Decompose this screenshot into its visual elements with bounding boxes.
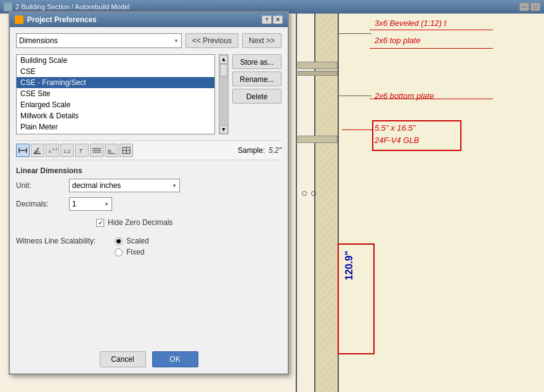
unit-row: Unit: decimal inches ▼ bbox=[16, 179, 282, 192]
list-item-building-scale[interactable]: Building Scale bbox=[17, 55, 214, 66]
dim-fraction-icon[interactable]: 1.2 bbox=[60, 144, 74, 157]
nav-row: Dimensions ▼ << Previous Next >> bbox=[16, 33, 282, 48]
dialog-content: Dimensions ▼ << Previous Next >> Buildin… bbox=[10, 27, 288, 267]
list-item-cse-site[interactable]: CSE Site bbox=[17, 88, 214, 99]
rename-btn[interactable]: Rename... bbox=[232, 71, 282, 86]
cancel-btn[interactable]: Cancel bbox=[100, 351, 146, 367]
sample-value: 5.2" bbox=[269, 146, 282, 155]
presets-list[interactable]: Building Scale CSE CSE - Framing/Sect CS… bbox=[16, 54, 215, 134]
scaled-radio-btn[interactable] bbox=[115, 237, 123, 245]
dim-superscript-icon[interactable]: x 1.2 bbox=[46, 144, 59, 157]
dialog-help-btn[interactable]: ? bbox=[262, 15, 272, 24]
witness-line-label: Witness Line Scalability: bbox=[16, 237, 108, 245]
dim-angular-icon[interactable]: ° bbox=[31, 144, 44, 157]
list-item-enlarged-scale[interactable]: Enlarged Scale bbox=[17, 99, 214, 110]
scaled-radio-label: Scaled bbox=[126, 237, 149, 245]
list-item-cse-framing[interactable]: CSE - Framing/Sect bbox=[17, 77, 214, 88]
category-dropdown-arrow: ▼ bbox=[174, 38, 179, 44]
svg-text:1.2: 1.2 bbox=[63, 149, 71, 154]
witness-line-row: Witness Line Scalability: Scaled Fixed bbox=[16, 237, 282, 256]
anno-beveled: 3x6 Beveled (1:12) t bbox=[375, 18, 446, 28]
next-btn[interactable]: Next >> bbox=[242, 33, 282, 48]
linear-dimensions-title: Linear Dimensions bbox=[16, 166, 282, 175]
dim-box: 120.9" bbox=[338, 243, 375, 354]
unit-label: Unit: bbox=[16, 181, 65, 190]
minimize-btn[interactable]: — bbox=[519, 2, 529, 11]
store-as-btn[interactable]: Store as... bbox=[232, 54, 282, 69]
titlebar-controls[interactable]: — □ bbox=[519, 2, 540, 11]
hide-zero-decimals-label: Hide Zero Decimals bbox=[108, 218, 173, 227]
prev-btn[interactable]: << Previous bbox=[185, 33, 238, 48]
anno-glb: 24F-V4 GLB bbox=[375, 136, 419, 145]
unit-dropdown-arrow: ▼ bbox=[172, 183, 177, 189]
project-preferences-dialog: Project Preferences ? ✕ Dimensions ▼ << … bbox=[9, 11, 289, 375]
decimals-row: Decimals: 1 ▼ bbox=[16, 197, 282, 211]
hide-zero-decimals-checkbox[interactable]: ✓ bbox=[96, 219, 104, 227]
dim-toolbar: ° x 1.2 1.2 T bbox=[16, 141, 282, 160]
delete-btn[interactable]: Delete bbox=[232, 89, 282, 104]
dim-custom-icon[interactable] bbox=[120, 144, 133, 157]
app-title: 2 Building Section / Autorebuild Model bbox=[15, 3, 129, 10]
dialog-footer: Cancel OK bbox=[10, 351, 288, 367]
hide-zero-decimals-row: ✓ Hide Zero Decimals bbox=[16, 218, 282, 227]
decimals-dropdown-arrow: ▼ bbox=[104, 202, 109, 207]
decimals-value: 1 bbox=[72, 200, 76, 208]
svg-text:T: T bbox=[79, 148, 83, 154]
unit-dropdown[interactable]: decimal inches ▼ bbox=[69, 179, 180, 192]
decimals-label: Decimals: bbox=[16, 200, 65, 208]
scroll-down-arrow[interactable]: ▼ bbox=[219, 125, 228, 134]
anno-beam-size: 5.5" x 16.5" bbox=[375, 123, 415, 133]
fixed-radio-item[interactable]: Fixed bbox=[115, 248, 149, 256]
scroll-up-arrow[interactable]: ▲ bbox=[219, 55, 228, 63]
decimals-dropdown[interactable]: 1 ▼ bbox=[69, 197, 112, 211]
unit-dropdown-value: decimal inches bbox=[72, 181, 121, 190]
witness-line-section: Witness Line Scalability: Scaled Fixed bbox=[16, 237, 282, 256]
dialog-controls[interactable]: ? ✕ bbox=[262, 15, 283, 24]
scaled-radio-item[interactable]: Scaled bbox=[115, 237, 149, 245]
fixed-radio-btn[interactable] bbox=[115, 248, 123, 256]
list-item-cse[interactable]: CSE bbox=[17, 66, 214, 77]
dim-text-icon[interactable]: T bbox=[75, 144, 89, 157]
anno-top-plate: 2x6 top plate bbox=[375, 36, 420, 45]
dialog-titlebar: Project Preferences ? ✕ bbox=[10, 12, 288, 27]
app-icon bbox=[4, 2, 12, 11]
svg-text:x: x bbox=[49, 149, 51, 154]
sample-label: Sample: bbox=[238, 146, 265, 155]
dim-combined-icon[interactable] bbox=[90, 144, 104, 157]
list-area: Building Scale CSE CSE - Framing/Sect CS… bbox=[16, 54, 282, 134]
category-dropdown[interactable]: Dimensions ▼ bbox=[16, 33, 182, 48]
dim-linear-icon[interactable] bbox=[16, 144, 30, 157]
scroll-thumb[interactable] bbox=[220, 64, 227, 76]
svg-text:1.2: 1.2 bbox=[52, 147, 57, 151]
dim-radial-icon[interactable]: R bbox=[105, 144, 118, 157]
fixed-radio-label: Fixed bbox=[126, 248, 144, 256]
restore-btn[interactable]: □ bbox=[530, 2, 540, 11]
dim-vertical-label: 120.9" bbox=[344, 251, 355, 280]
witness-line-options: Scaled Fixed bbox=[115, 237, 149, 256]
category-dropdown-label: Dimensions bbox=[19, 36, 58, 45]
list-item-millwork[interactable]: Millwork & Details bbox=[17, 110, 214, 121]
anno-bottom-plate: 2x6 bottom plate bbox=[375, 91, 434, 100]
dialog-title: Project Preferences bbox=[27, 15, 97, 24]
scroll-track bbox=[219, 63, 228, 125]
list-item-plain-meter[interactable]: Plain Meter bbox=[17, 121, 214, 133]
dialog-close-btn[interactable]: ✕ bbox=[273, 15, 283, 24]
ok-btn[interactable]: OK bbox=[152, 351, 198, 367]
dialog-icon bbox=[15, 15, 23, 24]
action-buttons: Store as... Rename... Delete bbox=[232, 54, 282, 134]
list-scrollbar[interactable]: ▲ ▼ bbox=[219, 54, 229, 134]
